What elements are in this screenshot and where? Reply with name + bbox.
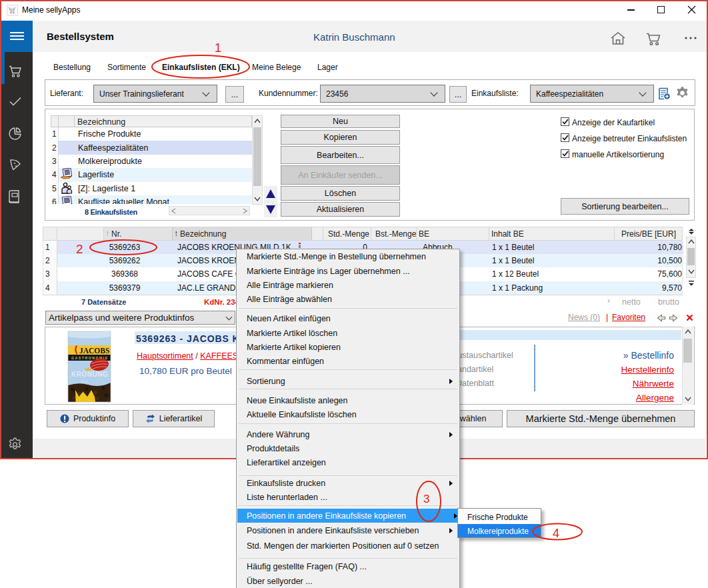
svg-text:Mild: Mild [81,379,88,383]
svg-text:KRÖNUNG: KRÖNUNG [71,370,108,378]
svg-text:4: 4 [553,527,559,540]
svg-text:JACOBS: JACOBS [79,347,109,355]
